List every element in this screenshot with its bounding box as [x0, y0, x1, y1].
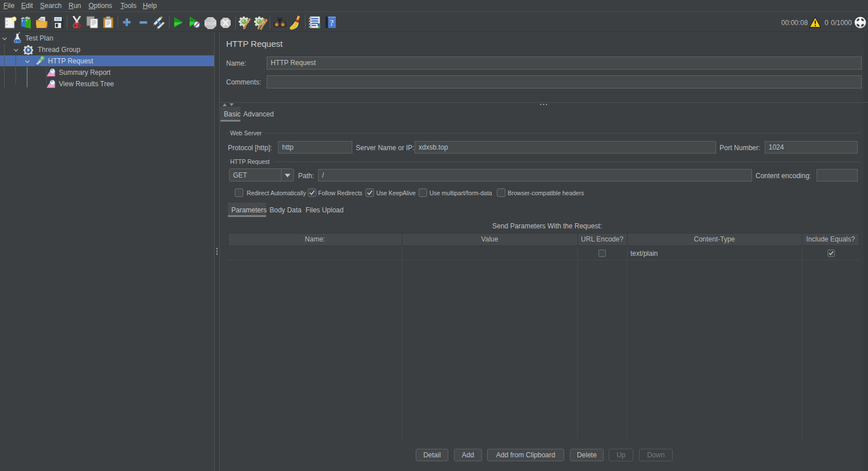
svg-text:?: ?	[329, 18, 334, 27]
svg-text:STOP: STOP	[204, 21, 216, 26]
